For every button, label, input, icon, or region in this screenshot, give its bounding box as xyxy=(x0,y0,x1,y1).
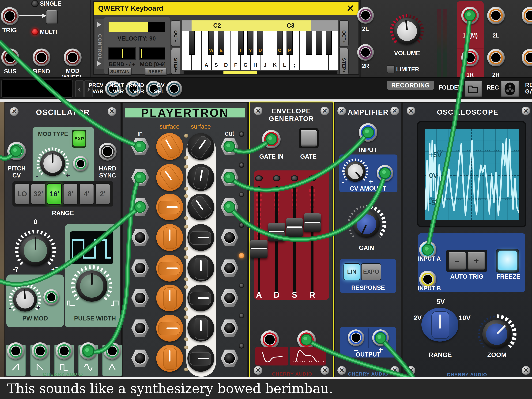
envelope-out-inv-jack[interactable] xyxy=(260,330,279,349)
keyboard-scrollbar[interactable] xyxy=(184,71,337,74)
playertron-surface-knob-black[interactable] xyxy=(187,224,214,251)
osc-pulse-jack[interactable] xyxy=(56,342,73,360)
black-key[interactable]: E xyxy=(218,31,224,55)
black-key[interactable] xyxy=(316,31,322,55)
oct-plus-button[interactable]: OCT+ xyxy=(339,20,348,47)
pw-mod-knob[interactable] xyxy=(13,288,37,311)
amp-input-jack[interactable] xyxy=(359,123,377,142)
amp-output-minus-jack[interactable] xyxy=(348,329,364,346)
out-2l-jack[interactable] xyxy=(487,7,505,24)
playertron-surface-knob-black[interactable] xyxy=(187,315,214,342)
rec-button[interactable] xyxy=(500,80,519,98)
adsr-slider-handle[interactable] xyxy=(286,218,303,237)
osc-saw-down-jack[interactable] xyxy=(32,342,49,360)
osc-sine-jack[interactable] xyxy=(80,342,97,360)
range-button-LO[interactable]: LO xyxy=(15,183,30,205)
black-key[interactable] xyxy=(189,31,195,55)
pitch-cv-jack[interactable] xyxy=(7,142,26,160)
hard-sync-jack[interactable] xyxy=(99,143,116,161)
volume-knob[interactable] xyxy=(394,18,420,44)
out-1lm-jack[interactable] xyxy=(461,7,479,24)
single-led xyxy=(31,0,39,7)
black-key[interactable]: Y xyxy=(247,31,253,55)
playertron-surface-knob-orange[interactable] xyxy=(156,224,183,251)
envelope-out-jack[interactable] xyxy=(297,330,316,349)
freq-mod-cv-jack[interactable] xyxy=(73,156,88,171)
expo-button[interactable]: EXPO xyxy=(361,263,381,280)
black-key[interactable]: U xyxy=(257,31,263,55)
range-knob[interactable] xyxy=(421,308,458,342)
playertron-surface-knob-black[interactable] xyxy=(187,164,214,191)
amp-output-plus-jack[interactable] xyxy=(372,329,389,346)
playertron-surface-knob-black[interactable] xyxy=(187,285,214,311)
range-button-16[interactable]: 16' xyxy=(47,183,62,205)
master-2r-left-jack[interactable] xyxy=(357,44,374,61)
trig-jack[interactable] xyxy=(1,7,19,25)
gate-button[interactable] xyxy=(301,130,317,146)
playertron-surface-knob-black[interactable] xyxy=(187,345,214,372)
master-2l-left-jack[interactable] xyxy=(357,7,374,24)
frequency-knob[interactable] xyxy=(20,235,51,266)
pulse-width-knob[interactable] xyxy=(76,270,108,302)
osc-triangle-jack[interactable] xyxy=(104,342,121,360)
adsr-slider-handle[interactable] xyxy=(250,240,267,258)
playertron-surface-knob-orange[interactable] xyxy=(156,345,183,372)
black-key[interactable]: T xyxy=(238,31,244,55)
piano-keys[interactable]: ASDFGHJKL;WETYUOP xyxy=(182,31,338,70)
range-button-32[interactable]: 32' xyxy=(31,183,46,205)
auto-trig-minus-button[interactable]: – xyxy=(448,252,466,270)
mod-wheel-jack[interactable] xyxy=(64,49,82,66)
black-key[interactable]: O xyxy=(277,31,283,55)
range-button-4[interactable]: 4' xyxy=(79,183,94,205)
range-button-8[interactable]: 8' xyxy=(63,183,78,205)
mod-indicator[interactable] xyxy=(139,47,165,60)
bend-jack[interactable] xyxy=(32,49,51,66)
bend-indicator[interactable] xyxy=(108,47,136,60)
cv-amount-jack[interactable] xyxy=(377,165,393,182)
freq-mod-knob[interactable] xyxy=(40,151,65,176)
playertron-surface-knob-orange[interactable] xyxy=(156,315,183,342)
gain-knob[interactable] xyxy=(353,211,380,238)
cv-amount-knob[interactable] xyxy=(345,161,366,182)
playertron-surface-knob-orange[interactable] xyxy=(156,133,183,160)
black-key[interactable] xyxy=(306,31,312,55)
close-icon[interactable]: ✕ xyxy=(345,3,356,14)
playertron-surface-knob-black[interactable] xyxy=(187,133,214,160)
trig-mode-button[interactable] xyxy=(46,10,58,24)
playertron-surface-knob-orange[interactable] xyxy=(156,285,183,311)
range-button-2[interactable]: 2' xyxy=(95,183,110,205)
gate-in-jack[interactable] xyxy=(262,130,281,148)
velocity-bar[interactable] xyxy=(108,22,165,32)
playertron-surface-knob-orange[interactable] xyxy=(156,164,183,191)
step-minus-button[interactable]: STEP- xyxy=(171,48,180,74)
limiter-checkbox[interactable] xyxy=(387,65,395,73)
pw-mod-cv-jack[interactable] xyxy=(44,289,59,305)
out-2r-jack[interactable] xyxy=(487,49,505,66)
playertron-surface-knob-orange[interactable] xyxy=(156,194,183,220)
zoom-knob[interactable] xyxy=(482,320,511,348)
step-plus-button[interactable]: STEP+ xyxy=(339,48,348,74)
exp-button[interactable]: EXP xyxy=(73,131,85,146)
level-meter-left xyxy=(437,9,441,83)
playertron-surface-knob-black[interactable] xyxy=(187,255,214,282)
reset-button[interactable]: RESET xyxy=(145,68,167,76)
playertron-surface-knob-orange[interactable] xyxy=(156,255,183,282)
out-1r-jack[interactable] xyxy=(461,49,479,66)
folder-button[interactable] xyxy=(464,80,482,98)
auto-trig-plus-button[interactable]: + xyxy=(467,252,485,270)
adsr-slider-handle[interactable] xyxy=(268,223,285,241)
black-key[interactable] xyxy=(326,31,332,55)
black-key-letter: U xyxy=(257,48,263,53)
sustain-button[interactable]: SUSTAIN xyxy=(108,68,132,76)
oct-minus-button[interactable]: OCT- xyxy=(171,20,180,47)
variation-cv-sel-jack[interactable] xyxy=(166,81,182,97)
lin-button[interactable]: LIN xyxy=(343,263,360,280)
adsr-slider-handle[interactable] xyxy=(304,213,321,232)
freeze-button[interactable] xyxy=(498,251,517,270)
black-key[interactable]: W xyxy=(208,31,214,55)
black-key[interactable]: P xyxy=(286,31,293,55)
sus-jack[interactable] xyxy=(1,49,19,66)
keyboard-scrollbar-thumb[interactable] xyxy=(223,71,257,74)
osc-saw-up-jack[interactable] xyxy=(7,342,25,360)
playertron-surface-knob-black[interactable] xyxy=(187,194,214,220)
